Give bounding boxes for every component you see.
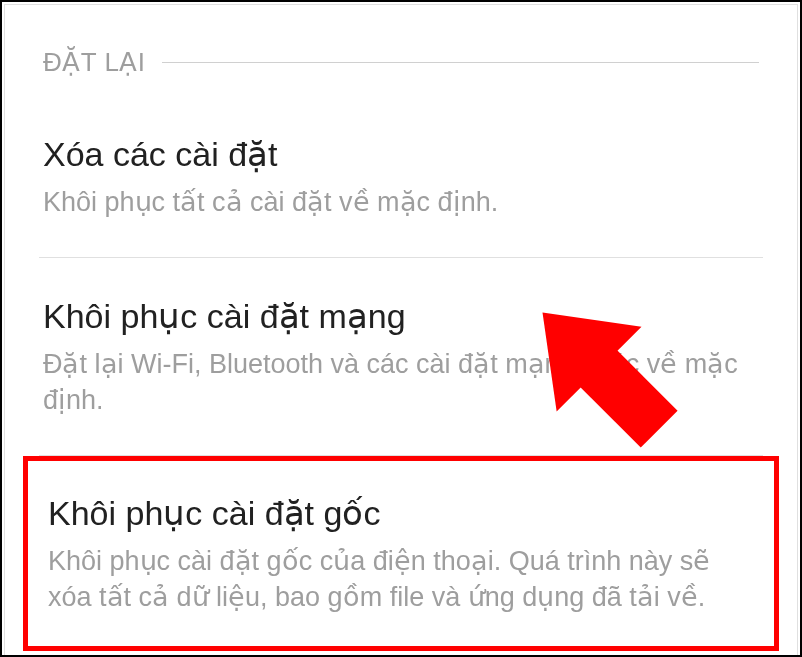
settings-container: ĐẶT LẠI Xóa các cài đặt Khôi phục tất cả… [4,4,798,657]
item-description: Khôi phục cài đặt gốc của điện thoại. Qu… [48,543,754,616]
divider [162,62,759,63]
section-label: ĐẶT LẠI [43,47,146,78]
section-header: ĐẶT LẠI [5,5,797,96]
factory-reset-item[interactable]: Khôi phục cài đặt gốc Khôi phục cài đặt … [23,456,779,651]
item-description: Khôi phục tất cả cài đặt về mặc định. [43,184,759,220]
pointer-arrow-icon [492,262,692,466]
item-title: Xóa các cài đặt [43,132,759,176]
reset-settings-item[interactable]: Xóa các cài đặt Khôi phục tất cả cài đặt… [5,96,797,257]
item-title: Khôi phục cài đặt gốc [48,491,754,535]
